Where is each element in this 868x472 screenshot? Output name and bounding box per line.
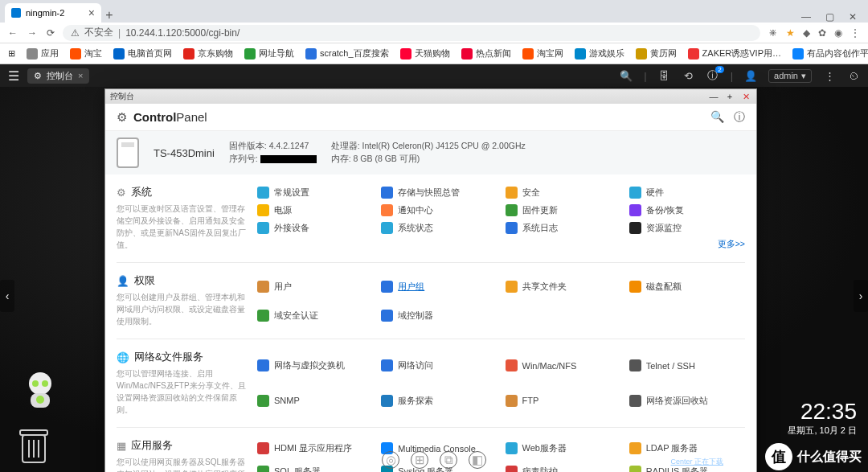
browser-tab[interactable]: ningmin-2 × — [5, 3, 101, 23]
cp-item[interactable]: SQL 服务器 — [257, 462, 373, 472]
bookmark-item[interactable]: 黄历网 — [636, 47, 677, 60]
cp-item[interactable]: 网络资源回收站 — [629, 386, 745, 417]
qbot-icon[interactable] — [16, 367, 64, 416]
cp-item[interactable]: 用户组 — [381, 274, 497, 298]
header-help-icon[interactable]: ⓘ — [734, 110, 745, 125]
nav-forward-icon[interactable]: → — [27, 27, 37, 39]
nav-back-icon[interactable]: ← — [8, 27, 18, 39]
bookmark-item[interactable]: 天猫购物 — [400, 47, 450, 60]
section-desc: 您可以创建用户及群组、管理本机和网域用户访问权限、或设定磁盘容量使用限制。 — [117, 291, 249, 327]
more-link[interactable]: 更多>> — [629, 239, 745, 251]
window-close-button[interactable]: ✕ — [849, 11, 857, 23]
address-bar[interactable]: ⚠ 不安全 | 10.244.1.120:5000/cgi-bin/ — [63, 25, 760, 41]
window-minimize-icon[interactable]: — — [708, 92, 719, 102]
cp-item[interactable]: 电源 — [257, 203, 373, 216]
extension-icon[interactable]: ◆ — [803, 27, 810, 39]
bookmark-item[interactable]: 电脑首页网 — [113, 47, 172, 60]
control-panel-header: ⚙ ControlPanel 🔍 ⓘ — [105, 104, 756, 131]
cp-item[interactable]: 存储与快照总管 — [381, 186, 497, 199]
taskbar-close-icon[interactable]: × — [78, 71, 83, 80]
apps-icon[interactable]: ⊞ — [8, 48, 15, 59]
item-icon — [629, 442, 641, 454]
bookmark-item[interactable]: 游戏娱乐 — [575, 47, 624, 60]
user-menu[interactable]: admin▾ — [768, 69, 812, 83]
cp-item[interactable]: 服务探索 — [381, 386, 497, 417]
user-icon[interactable]: 👤 — [744, 69, 757, 82]
more-icon[interactable]: ⋮ — [823, 69, 836, 82]
cp-item[interactable]: HDMI 显示应用程序 — [257, 439, 373, 458]
extension-icon[interactable]: ✿ — [818, 27, 826, 39]
window-minimize-button[interactable]: — — [801, 11, 811, 23]
item-label: 安全 — [522, 187, 540, 199]
dock-button[interactable]: ⧉ — [440, 451, 457, 469]
item-label: 共享文件夹 — [522, 281, 567, 293]
window-maximize-button[interactable]: ▢ — [825, 11, 834, 23]
cp-item[interactable]: LDAP 服务器 — [629, 439, 745, 458]
watermark: 值 什么值得买 — [765, 443, 862, 470]
cp-item[interactable]: Web服务器 — [506, 439, 621, 458]
taskbar-tab[interactable]: ⚙ 控制台 × — [27, 68, 89, 84]
desktop-next-icon[interactable]: › — [854, 280, 868, 312]
bookmark-item[interactable]: 热点新闻 — [461, 47, 511, 60]
dock-button[interactable]: ◧ — [469, 451, 486, 469]
cp-item[interactable]: 域安全认证 — [257, 303, 373, 327]
window-maximize-icon[interactable]: + — [724, 92, 735, 102]
cp-item[interactable]: 备份/恢复 — [629, 203, 745, 216]
cp-item[interactable]: 外接设备 — [257, 221, 373, 234]
download-status-link[interactable]: Center 正在下载 — [670, 457, 723, 467]
cp-item[interactable]: 系统状态 — [381, 221, 497, 234]
bookmark-item[interactable]: scratch_百度搜索 — [305, 47, 389, 60]
cp-item[interactable]: 系统日志 — [506, 221, 621, 234]
item-icon — [506, 395, 518, 407]
cp-item[interactable]: 磁盘配额 — [629, 274, 745, 298]
cp-item[interactable]: 常规设置 — [257, 186, 373, 199]
bookmark-item[interactable]: 淘宝 — [70, 47, 102, 60]
cp-item[interactable]: SNMP — [257, 386, 373, 417]
cp-item[interactable]: 硬件 — [629, 186, 745, 199]
sync-icon[interactable]: ⟲ — [682, 69, 695, 82]
cp-item[interactable]: 资源监控 — [629, 221, 745, 234]
nav-reload-icon[interactable]: ⟳ — [47, 27, 55, 39]
notification-icon[interactable]: ⓘ — [706, 69, 719, 82]
cp-item[interactable]: 共享文件夹 — [506, 274, 621, 298]
profile-icon[interactable]: ◉ — [834, 27, 842, 39]
extension-icon[interactable]: ⛯ — [768, 27, 778, 39]
cpu-label: 处理器: — [331, 141, 360, 150]
cp-item[interactable]: 安全 — [506, 186, 621, 199]
search-icon[interactable]: 🔍 — [620, 69, 633, 82]
item-icon — [506, 281, 518, 293]
item-label: Telnet / SSH — [646, 361, 695, 371]
bookmark-item[interactable]: 应用 — [27, 47, 59, 60]
bookmark-favicon — [183, 48, 194, 60]
recycle-bin-icon[interactable] — [18, 427, 50, 466]
header-search-icon[interactable]: 🔍 — [710, 110, 724, 125]
browser-menu-icon[interactable]: ⋮ — [850, 27, 860, 39]
cp-section: 🌐网络&文件服务您可以管理网络连接、启用Win/Mac/NFS及FTP来分享文件… — [117, 339, 745, 427]
cp-item[interactable]: 通知中心 — [381, 203, 497, 216]
menu-icon[interactable]: ☰ — [8, 68, 19, 84]
bookmark-item[interactable]: 京东购物 — [183, 47, 233, 60]
star-icon[interactable]: ★ — [786, 27, 795, 39]
dock-button[interactable]: ◎ — [382, 451, 399, 469]
window-titlebar[interactable]: 控制台 — + ✕ — [105, 89, 756, 104]
volume-icon[interactable]: 🗄 — [658, 69, 671, 82]
bookmark-item[interactable]: 网址导航 — [244, 47, 294, 60]
cp-item[interactable]: 网络与虚拟交换机 — [257, 351, 373, 381]
cp-item[interactable]: 固件更新 — [506, 203, 621, 216]
cp-item[interactable]: 网络访问 — [381, 351, 497, 381]
cp-item[interactable]: Telnet / SSH — [629, 351, 745, 381]
bookmark-item[interactable]: 有品内容创作平台 — [792, 47, 868, 60]
dock-button[interactable]: ⊞ — [411, 451, 428, 469]
cp-item[interactable]: 病毒防护 — [506, 462, 621, 472]
cp-item[interactable]: FTP — [506, 386, 621, 417]
cp-item[interactable]: Win/Mac/NFS — [506, 351, 621, 381]
cp-item[interactable]: 用户 — [257, 274, 373, 298]
desktop-prev-icon[interactable]: ‹ — [0, 280, 14, 312]
cp-item[interactable]: 域控制器 — [381, 303, 497, 327]
bookmark-item[interactable]: 淘宝网 — [522, 47, 563, 60]
tab-close-icon[interactable]: × — [88, 7, 95, 18]
window-close-icon[interactable]: ✕ — [740, 92, 751, 102]
dashboard-icon[interactable]: ⏲ — [847, 69, 860, 82]
bookmark-item[interactable]: ZAKER诱惑VIP用… — [688, 47, 781, 60]
new-tab-button[interactable]: + — [101, 8, 117, 23]
